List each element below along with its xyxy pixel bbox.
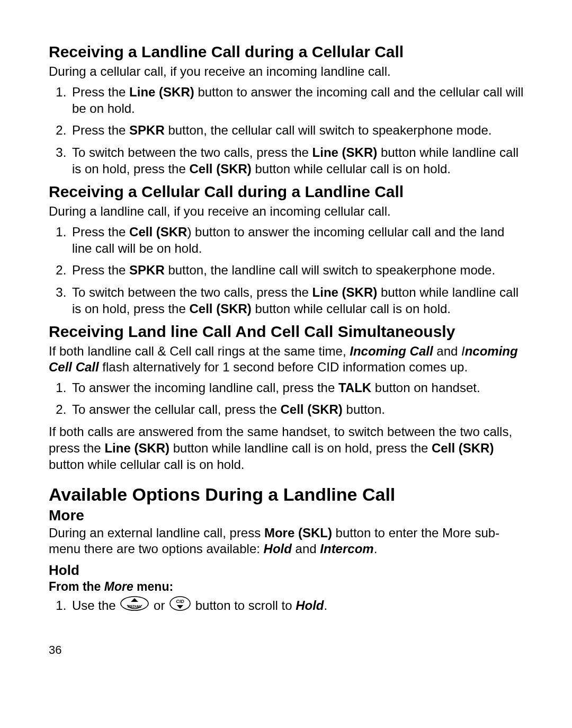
text: Use the xyxy=(72,598,119,612)
text: button while cellular call is on hold. xyxy=(49,457,245,472)
button-label: Cell (SKR) xyxy=(432,441,494,455)
text: button while cellular call is on hold. xyxy=(252,301,451,316)
option-label: Hold xyxy=(264,541,292,556)
heading-landline-during-cellular: Receiving a Landline Call during a Cellu… xyxy=(49,42,525,61)
svg-marker-5 xyxy=(177,605,183,609)
text: Press the xyxy=(72,263,129,277)
subheading-hold: Hold xyxy=(49,562,525,579)
text: and xyxy=(292,541,320,556)
text: button while cellular call is on hold. xyxy=(252,162,451,176)
steps-list: To answer the incoming landline call, pr… xyxy=(49,379,525,418)
step-item: To switch between the two calls, press t… xyxy=(70,284,525,317)
text: button while landline call is on hold, p… xyxy=(169,441,432,455)
text: . xyxy=(374,541,378,556)
intro-text: During an external landline call, press … xyxy=(49,525,525,557)
text: button, the landline call will switch to… xyxy=(165,263,495,277)
heading-simultaneous-calls: Receiving Land line Call And Cell Call S… xyxy=(49,322,525,341)
button-label: Line (SKR) xyxy=(312,285,378,299)
step-item: To answer the incoming landline call, pr… xyxy=(70,379,525,396)
button-label: SPKR xyxy=(129,123,165,137)
display-text-label: Incoming Call xyxy=(350,344,433,358)
text: During an external landline call, press xyxy=(49,526,264,540)
display-text-label: I xyxy=(461,344,465,358)
text: button. xyxy=(343,402,385,416)
button-label: Cell (SKR) xyxy=(189,301,251,316)
text: Press the xyxy=(72,123,129,137)
button-label: Cell (SKR xyxy=(129,225,187,239)
manual-page: Receiving a Landline Call during a Cellu… xyxy=(0,0,572,678)
button-label: SPKR xyxy=(129,263,165,277)
steps-list: Press the Line (SKR) button to answer th… xyxy=(49,84,525,177)
text: To answer the cellular call, press the xyxy=(72,402,281,416)
button-label: Line (SKR) xyxy=(104,441,169,455)
cid-up-button-icon: CID xyxy=(169,596,191,615)
text: From the xyxy=(49,580,104,593)
step-item: Use the REDIAL or CID button to scroll t… xyxy=(70,597,525,616)
heading-cellular-during-landline: Receiving a Cellular Call during a Landl… xyxy=(49,182,525,201)
text: button on handset. xyxy=(371,380,480,395)
steps-list: Press the Cell (SKR) button to answer th… xyxy=(49,224,525,317)
text: . xyxy=(324,598,328,612)
button-label: Cell (SKR) xyxy=(189,162,251,176)
heading-available-options: Available Options During a Landline Call xyxy=(49,484,525,505)
button-label: TALK xyxy=(338,380,371,395)
page-number: 36 xyxy=(49,643,525,657)
button-label: Cell (SKR) xyxy=(281,402,343,416)
text: menu: xyxy=(133,580,173,593)
from-more-menu-label: From the More menu: xyxy=(49,580,525,594)
text: To switch between the two calls, press t… xyxy=(72,285,312,299)
button-label: Line (SKR) xyxy=(312,145,378,159)
intro-text: During a cellular call, if you receive a… xyxy=(49,64,525,79)
svg-text:REDIAL: REDIAL xyxy=(128,605,142,608)
intro-text: During a landline call, if you receive a… xyxy=(49,203,525,219)
menu-name: More xyxy=(104,580,133,593)
step-item: To switch between the two calls, press t… xyxy=(70,144,525,177)
text: If both landline call & Cell call rings … xyxy=(49,344,350,358)
body-paragraph: If both calls are answered from the same… xyxy=(49,424,525,473)
svg-marker-1 xyxy=(131,598,138,602)
option-label: Intercom xyxy=(320,541,373,556)
text: and xyxy=(433,344,461,358)
subheading-more: More xyxy=(49,507,525,525)
text: flash alternatively for 1 second before … xyxy=(99,360,468,374)
svg-text:CID: CID xyxy=(176,599,184,604)
step-item: Press the Line (SKR) button to answer th… xyxy=(70,84,525,117)
text: or xyxy=(154,598,168,612)
step-item: Press the SPKR button, the cellular call… xyxy=(70,122,525,138)
option-label: Hold xyxy=(296,598,324,612)
steps-list: Use the REDIAL or CID button to scroll t… xyxy=(49,597,525,616)
text: Press the xyxy=(72,85,129,99)
intro-text: If both landline call & Cell call rings … xyxy=(49,343,525,375)
text: To answer the incoming landline call, pr… xyxy=(72,380,338,395)
text: button, the cellular call will switch to… xyxy=(165,123,492,137)
text: Press the xyxy=(72,225,129,239)
text: button to scroll to xyxy=(195,598,296,612)
redial-down-button-icon: REDIAL xyxy=(120,596,149,615)
step-item: Press the Cell (SKR) button to answer th… xyxy=(70,224,525,256)
step-item: Press the SPKR button, the landline call… xyxy=(70,262,525,278)
text: To switch between the two calls, press t… xyxy=(72,145,312,159)
step-item: To answer the cellular call, press the C… xyxy=(70,401,525,418)
button-label: Line (SKR) xyxy=(129,85,194,99)
button-label: More (SKL) xyxy=(264,526,332,540)
